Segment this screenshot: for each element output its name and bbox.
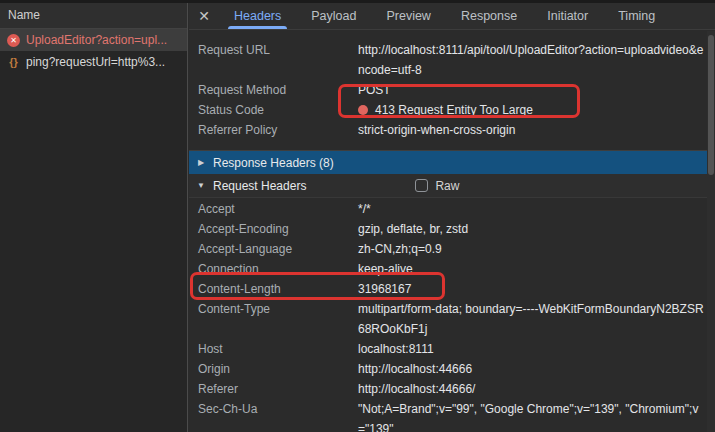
header-row-sec-ch-ua: Sec-Ch-Ua "Not;A=Brand";v="99", "Google … [189, 399, 707, 432]
header-value: */* [358, 199, 707, 219]
header-row-content-length: Content-Length 31968167 [189, 279, 707, 299]
header-value: 31968167 [358, 279, 707, 299]
header-value: zh-CN,zh;q=0.9 [358, 239, 707, 259]
header-name: Origin [189, 359, 358, 379]
header-name: Connection [189, 259, 358, 279]
tab-timing[interactable]: Timing [616, 3, 657, 29]
header-row-connection: Connection keep-alive [189, 259, 707, 279]
header-name: Content-Type [189, 299, 358, 339]
request-name: ping?requestUrl=http%3... [26, 55, 165, 69]
header-name: Referer [189, 379, 358, 399]
devtools-network-panel: Name ✕ UploadEditor?action=upl... {} pin… [0, 0, 715, 432]
request-row-ping[interactable]: {} ping?requestUrl=http%3... [0, 51, 187, 73]
header-name: Host [189, 339, 358, 359]
request-name: UploadEditor?action=upl... [26, 33, 167, 47]
header-value: keep-alive [358, 259, 707, 279]
header-row-request-url: Request URL http://localhost:8111/api/to… [189, 40, 707, 80]
header-row-status-code: Status Code 413 Request Entity Too Large [189, 100, 707, 120]
raw-label: Raw [435, 179, 459, 193]
header-row-request-method: Request Method POST [189, 80, 707, 100]
tab-response[interactable]: Response [459, 3, 519, 29]
header-name: Status Code [189, 100, 358, 120]
raw-checkbox[interactable] [415, 179, 428, 192]
header-value: POST [358, 80, 707, 100]
request-headers-section[interactable]: ▼ Request Headers Raw [189, 174, 707, 198]
tab-initiator[interactable]: Initiator [545, 3, 590, 29]
vertical-scrollbar[interactable] [707, 31, 715, 432]
tab-headers[interactable]: Headers [232, 3, 283, 29]
request-detail-pane: ✕ Headers Payload Preview Response Initi… [189, 3, 715, 432]
header-value: http://localhost:44666 [358, 359, 707, 379]
close-icon[interactable]: ✕ [189, 3, 219, 29]
raw-toggle: Raw [415, 179, 459, 193]
name-column-header[interactable]: Name [0, 3, 187, 29]
header-row-origin: Origin http://localhost:44666 [189, 359, 707, 379]
error-icon: ✕ [7, 34, 20, 47]
header-name: Accept-Language [189, 239, 358, 259]
header-row-referrer-policy: Referrer Policy strict-origin-when-cross… [189, 120, 707, 140]
header-name: Accept [189, 199, 358, 219]
header-name: Accept-Encoding [189, 219, 358, 239]
response-headers-title: Response Headers (8) [213, 156, 334, 170]
request-headers-list: Accept */* Accept-Encoding gzip, deflate… [189, 198, 707, 432]
header-name: Request URL [189, 40, 358, 80]
header-row-host: Host localhost:8111 [189, 339, 707, 359]
scrollbar-thumb[interactable] [708, 35, 714, 175]
request-row-uploadeditor[interactable]: ✕ UploadEditor?action=upl... [0, 29, 187, 51]
headers-content: Request URL http://localhost:8111/api/to… [189, 31, 707, 432]
header-value: "Not;A=Brand";v="99", "Google Chrome";v=… [358, 399, 707, 432]
header-value: 413 Request Entity Too Large [358, 100, 707, 120]
header-row-referer: Referer http://localhost:44666/ [189, 379, 707, 399]
header-value: strict-origin-when-cross-origin [358, 120, 707, 140]
header-value: localhost:8111 [358, 339, 707, 359]
header-value: multipart/form-data; boundary=----WebKit… [358, 299, 707, 339]
tab-preview[interactable]: Preview [384, 3, 432, 29]
header-row-accept: Accept */* [189, 199, 707, 219]
header-name: Referrer Policy [189, 120, 358, 140]
response-headers-section[interactable]: ▶ Response Headers (8) [189, 151, 707, 174]
header-name: Sec-Ch-Ua [189, 399, 358, 432]
request-headers-title: Request Headers [213, 179, 306, 193]
chevron-down-icon: ▼ [196, 181, 206, 190]
tab-payload[interactable]: Payload [309, 3, 358, 29]
status-dot-icon [358, 105, 368, 115]
header-value: gzip, deflate, br, zstd [358, 219, 707, 239]
header-row-content-type: Content-Type multipart/form-data; bounda… [189, 299, 707, 339]
header-name: Request Method [189, 80, 358, 100]
header-row-accept-language: Accept-Language zh-CN,zh;q=0.9 [189, 239, 707, 259]
chevron-right-icon: ▶ [196, 158, 206, 167]
detail-tabbar: ✕ Headers Payload Preview Response Initi… [189, 3, 715, 30]
request-list-sidebar: Name ✕ UploadEditor?action=upl... {} pin… [0, 3, 188, 432]
header-value: http://localhost:44666/ [358, 379, 707, 399]
header-name: Content-Length [189, 279, 358, 299]
header-value: http://localhost:8111/api/tool/UploadEdi… [358, 40, 707, 80]
header-row-accept-encoding: Accept-Encoding gzip, deflate, br, zstd [189, 219, 707, 239]
braces-icon: {} [7, 56, 20, 68]
status-code-text: 413 Request Entity Too Large [375, 103, 533, 117]
